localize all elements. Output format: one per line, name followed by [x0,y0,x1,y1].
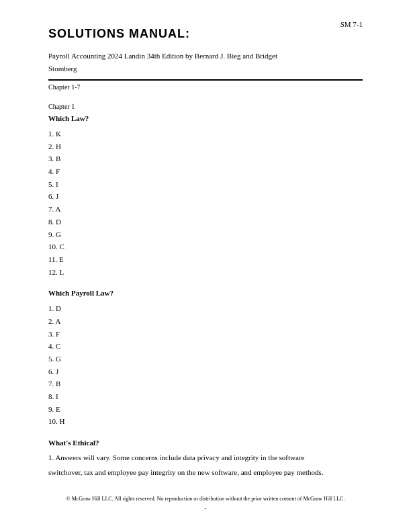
ethical-answer-line1: 1. Answers will vary. Some concerns incl… [48,452,363,464]
which-law-list: 1. K 2. H 3. B 4. F 5. I 6. J 7. A 8. D … [48,128,363,278]
ethical-answer-line2: switchover, tax and employee pay integri… [48,467,363,479]
footer-text: © McGraw Hill LLC. All rights reserved. … [0,496,411,502]
ethical-answer-para: 1. Answers will vary. Some concerns incl… [48,452,363,478]
page-container: SM 7-1 SOLUTIONS MANUAL: Payroll Account… [0,0,411,532]
list-item: 10. C [48,240,363,253]
list-item: 1. D [48,302,363,315]
footer-dot: - [0,504,411,512]
list-item: 6. J [48,190,363,203]
list-item: 5. I [48,178,363,191]
list-item: 3. B [48,152,363,165]
chapter-range: Chapter 1-7 [48,83,363,91]
list-item: 2. H [48,140,363,153]
section3-title: What's Ethical? [48,439,363,447]
footer: © McGraw Hill LLC. All rights reserved. … [0,496,411,512]
section2-title: Which Payroll Law? [48,289,363,297]
main-title: SOLUTIONS MANUAL: [48,27,363,41]
list-item: 6. J [48,365,363,378]
list-item: 1. K [48,128,363,140]
list-item: 4. F [48,165,363,178]
page-number: SM 7-1 [340,20,363,28]
which-payroll-law-list: 1. D 2. A 3. F 4. C 5. G 6. J 7. B 8. I … [48,302,363,428]
list-item: 9. E [48,403,363,416]
list-item: 10. H [48,415,363,428]
list-item: 2. A [48,315,363,328]
list-item: 11. E [48,253,363,266]
section1-title: Which Law? [48,114,363,122]
list-item: 12. L [48,266,363,279]
list-item: 3. F [48,328,363,341]
list-item: 8. D [48,216,363,228]
subtitle-line1: Payroll Accounting 2024 Landin 34th Edit… [48,50,363,62]
list-item: 9. G [48,228,363,241]
list-item: 7. B [48,378,363,390]
title-divider [48,79,363,81]
list-item: 4. C [48,340,363,353]
chapter-label: Chapter 1 [48,103,363,110]
subtitle-line2: Stomberg [48,63,363,75]
list-item: 8. I [48,390,363,403]
list-item: 5. G [48,353,363,365]
list-item: 7. A [48,203,363,216]
